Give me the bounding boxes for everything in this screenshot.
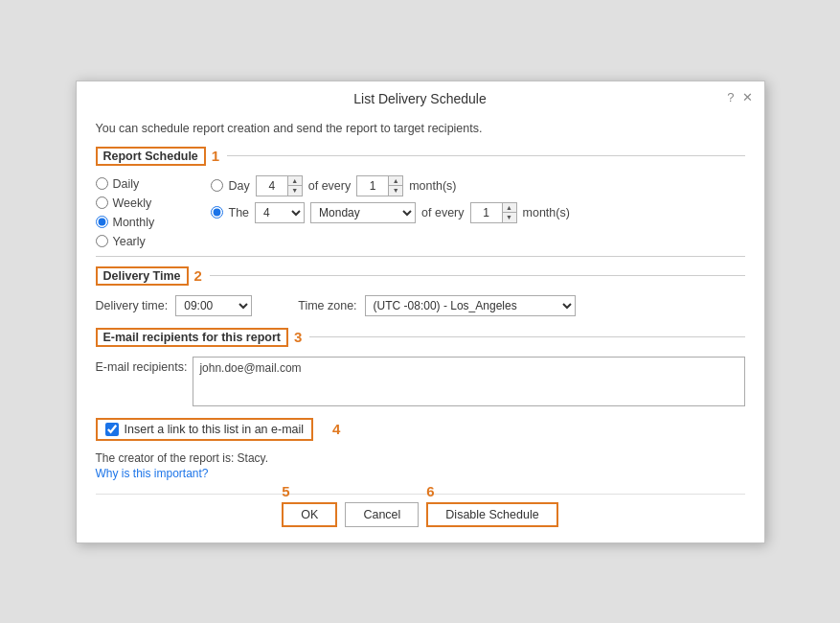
- month2-spinner: ▲ ▼: [470, 202, 517, 223]
- email-recipients-header: E-mail recipients for this report 3: [96, 328, 745, 347]
- schedule-options: Daily Weekly Monthly Yearly: [96, 175, 745, 248]
- email-section: E-mail recipients: john.doe@mail.com: [96, 357, 745, 406]
- day-up-btn[interactable]: ▲: [288, 176, 302, 186]
- dialog-body: You can schedule report creation and sen…: [77, 114, 764, 542]
- ok-num: 5: [282, 483, 289, 499]
- frequency-radios: Daily Weekly Monthly Yearly: [96, 175, 182, 248]
- window-controls: ? ✕: [727, 91, 752, 104]
- disable-schedule-button[interactable]: Disable Schedule: [426, 502, 557, 527]
- ok-btn-wrap: 5 OK: [282, 502, 337, 527]
- help-icon[interactable]: ?: [727, 91, 734, 104]
- of-every-1: of every: [308, 179, 351, 193]
- section-divider-2: [210, 275, 745, 276]
- yearly-label: Yearly: [113, 235, 146, 248]
- month2-down-btn[interactable]: ▼: [503, 213, 516, 222]
- disable-btn-wrap: 6 Disable Schedule: [426, 502, 557, 527]
- month1-value-input[interactable]: [357, 176, 388, 196]
- day-value-input[interactable]: [257, 176, 287, 196]
- day-spinner: ▲ ▼: [256, 175, 303, 196]
- months-1: month(s): [409, 179, 456, 193]
- month2-spinner-buttons: ▲ ▼: [502, 203, 516, 222]
- monthly-options: Day ▲ ▼ of every ▲ ▼: [211, 175, 570, 248]
- cancel-button[interactable]: Cancel: [345, 502, 419, 527]
- dialog-title: List Delivery Schedule: [90, 91, 751, 106]
- why-important-link[interactable]: Why is this important?: [96, 467, 745, 480]
- delivery-time-row: Delivery time: 09:00 10:00 11:00 Time zo…: [96, 295, 745, 316]
- day-text: Day: [229, 179, 250, 193]
- section-divider-1: [227, 155, 744, 156]
- the-radio[interactable]: [211, 206, 223, 219]
- the-text: The: [229, 206, 250, 219]
- timezone-select[interactable]: (UTC -08:00) - Los_Angeles (UTC +00:00) …: [365, 295, 576, 316]
- insert-link-checkbox-row: Insert a link to this list in an e-mail: [96, 418, 314, 441]
- month1-spinner: ▲ ▼: [356, 175, 403, 196]
- day-radio[interactable]: [211, 179, 223, 192]
- day-spinner-buttons: ▲ ▼: [287, 176, 302, 196]
- day-row: Day ▲ ▼ of every ▲ ▼: [211, 175, 570, 196]
- daily-radio[interactable]: [96, 177, 108, 190]
- section-divider-3: [309, 336, 744, 337]
- buttons-row: 5 OK Cancel 6 Disable Schedule: [96, 494, 745, 527]
- yearly-radio[interactable]: [96, 235, 108, 247]
- month1-up-btn[interactable]: ▲: [389, 176, 402, 186]
- delivery-time-text: Delivery time:: [96, 299, 169, 312]
- report-schedule-header: Report Schedule 1: [96, 147, 745, 166]
- the-row: The 1 2 3 4 5 Last Monday Tuesday Wednes…: [211, 202, 570, 223]
- monthly-radio[interactable]: [96, 216, 108, 228]
- insert-link-label: Insert a link to this list in an e-mail: [125, 423, 305, 436]
- creator-text: The creator of the report is: Stacy.: [96, 451, 269, 465]
- disable-num: 6: [426, 483, 434, 499]
- insert-link-checkbox[interactable]: [105, 423, 119, 436]
- email-row: E-mail recipients: john.doe@mail.com: [96, 357, 745, 406]
- dialog: List Delivery Schedule ? ✕ You can sched…: [76, 81, 765, 543]
- daily-label: Daily: [113, 177, 140, 191]
- delivery-time-header: Delivery Time 2: [96, 266, 745, 286]
- email-recipients-label: E-mail recipients for this report: [96, 328, 288, 347]
- month1-down-btn[interactable]: ▼: [389, 186, 402, 196]
- day-down-btn[interactable]: ▼: [288, 186, 302, 196]
- checkbox-num: 4: [332, 421, 340, 437]
- delivery-time-num: 2: [194, 267, 202, 284]
- title-bar: List Delivery Schedule ? ✕: [77, 81, 764, 114]
- month2-value-input[interactable]: [471, 203, 502, 222]
- creator-info: The creator of the report is: Stacy. Why…: [96, 450, 745, 480]
- months-2: month(s): [523, 206, 570, 219]
- cancel-btn-wrap: Cancel: [345, 502, 419, 527]
- description-text: You can schedule report creation and sen…: [96, 122, 745, 135]
- radio-weekly: Weekly: [96, 196, 182, 210]
- email-recipients-num: 3: [294, 329, 302, 345]
- email-textarea[interactable]: john.doe@mail.com: [193, 357, 744, 406]
- month2-up-btn[interactable]: ▲: [503, 203, 516, 213]
- report-schedule-label: Report Schedule: [96, 147, 206, 166]
- the-day-select[interactable]: 1 2 3 4 5 Last: [255, 202, 305, 223]
- divider-1: [96, 256, 745, 257]
- radio-monthly: Monthly: [96, 216, 182, 229]
- report-schedule-num: 1: [212, 148, 219, 164]
- month1-spinner-buttons: ▲ ▼: [388, 176, 402, 196]
- monthly-label: Monthly: [113, 216, 155, 229]
- weekday-select[interactable]: Monday Tuesday Wednesday Thursday Friday…: [310, 202, 416, 223]
- radio-yearly: Yearly: [96, 235, 182, 248]
- checkbox-section: Insert a link to this list in an e-mail …: [96, 418, 745, 441]
- timezone-label-text: Time zone:: [298, 299, 356, 312]
- radio-daily: Daily: [96, 177, 182, 191]
- time-select[interactable]: 09:00 10:00 11:00: [175, 295, 252, 316]
- delivery-time-label: Delivery Time: [96, 266, 189, 286]
- weekly-radio[interactable]: [96, 196, 108, 209]
- weekly-label: Weekly: [113, 196, 152, 210]
- close-icon[interactable]: ✕: [742, 91, 753, 104]
- ok-button[interactable]: OK: [282, 502, 337, 527]
- of-every-2: of every: [421, 206, 464, 219]
- email-field-label: E-mail recipients:: [96, 357, 188, 374]
